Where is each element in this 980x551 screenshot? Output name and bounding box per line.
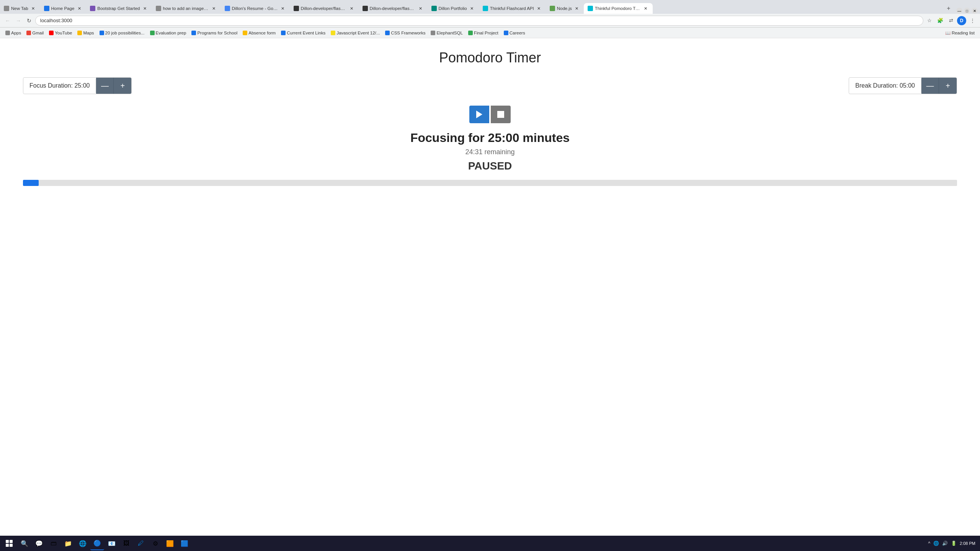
tab-close-new-tab[interactable]: ✕ — [30, 5, 36, 11]
bookmark-careers[interactable]: Careers — [501, 30, 528, 36]
taskbar-extra2[interactable]: 🟦 — [178, 536, 191, 550]
bookmark-label: Evaluation prep — [156, 31, 186, 35]
taskbar-explorer[interactable]: 📁 — [61, 536, 75, 550]
bookmark-20-job-possibilities[interactable]: 20 job possibilities... — [97, 30, 147, 36]
break-increment-button[interactable]: + — [939, 78, 957, 94]
forward-button[interactable]: → — [14, 16, 23, 25]
bookmark-label: Careers — [510, 31, 525, 35]
page-title: Pomodoro Timer — [8, 50, 972, 66]
bookmark-youtube[interactable]: YouTube — [47, 30, 74, 36]
taskbar-chat[interactable]: 💬 — [32, 536, 46, 550]
taskbar-settings[interactable]: ⚙ — [149, 536, 162, 550]
bookmark-final-project[interactable]: Final Project — [466, 30, 501, 36]
tab-close-portfolio[interactable]: ✕ — [469, 5, 475, 11]
tab-close-nodejs[interactable]: ✕ — [574, 5, 580, 11]
break-duration-control: Break Duration: 05:00 — + — [849, 77, 957, 94]
tab-flashcard-api[interactable]: Thinkful Flashcard API✕ — [479, 3, 546, 14]
tab-label-flashcard-api: Thinkful Flashcard API — [490, 6, 534, 11]
bookmark-label: Javascript Event 12/... — [336, 31, 380, 35]
bookmark-elephantsql[interactable]: ElephantSQL — [428, 30, 465, 36]
focus-decrement-button[interactable]: — — [96, 78, 114, 94]
taskbar-right: ^ 🌐 🔊 🔋 2:08 PM — [927, 540, 978, 547]
profile-icon[interactable]: D — [957, 16, 966, 25]
taskbar-vscode[interactable]: 🖊 — [134, 536, 148, 550]
bookmarks-bar: AppsGmailYouTubeMaps20 job possibilities… — [0, 28, 980, 38]
bookmark-label: 20 job possibilities... — [105, 31, 145, 35]
tray-chevron[interactable]: ^ — [927, 540, 931, 547]
tray-battery[interactable]: 🔋 — [950, 540, 957, 547]
bookmark-current-event-links[interactable]: Current Event Links — [279, 30, 328, 36]
bookmark-label: Current Event Links — [287, 31, 325, 35]
tab-favicon-nodejs — [550, 6, 555, 11]
address-bar[interactable] — [35, 16, 923, 26]
tab-close-bootstrap[interactable]: ✕ — [142, 5, 148, 11]
tab-close-flashcard-api[interactable]: ✕ — [536, 5, 542, 11]
timer-controls — [8, 106, 972, 123]
tab-resume[interactable]: Dillon's Resume - Google ...✕ — [221, 3, 290, 14]
tab-flashcard1[interactable]: Dillon-developer/flashcar...✕ — [290, 3, 359, 14]
tab-favicon-portfolio — [431, 6, 437, 11]
tab-label-image-file: how to add an image file... — [163, 6, 209, 11]
start-button[interactable] — [2, 536, 17, 550]
focus-duration-label: Focus Duration: 25:00 — [23, 78, 96, 93]
bookmark-maps[interactable]: Maps — [75, 30, 96, 36]
tab-new-tab[interactable]: New Tab✕ — [0, 3, 40, 14]
tab-bootstrap[interactable]: Bootstrap Get Started✕ — [86, 3, 152, 14]
bookmark-programs-for-school[interactable]: Programs for School — [189, 30, 240, 36]
focus-increment-button[interactable]: + — [114, 78, 131, 94]
tab-label-nodejs: Node.js — [557, 6, 572, 11]
taskbar-chrome[interactable]: 🌐 — [76, 536, 90, 550]
bookmark-favicon — [100, 31, 104, 35]
tab-label-flashcard2: Dillon-developer/flashcar... — [370, 6, 416, 11]
bookmark-css-frameworks[interactable]: CSS Frameworks — [383, 30, 428, 36]
play-button[interactable] — [469, 106, 489, 123]
clock[interactable]: 2:08 PM — [960, 541, 975, 546]
progress-container — [23, 180, 957, 186]
bookmark-javascript-event-12[interactable]: Javascript Event 12/... — [328, 30, 382, 36]
bookmark-gmail[interactable]: Gmail — [24, 30, 46, 36]
taskbar-extra1[interactable]: 🟧 — [163, 536, 177, 550]
minimize-button[interactable]: — — [956, 8, 962, 14]
bookmark-absence-form[interactable]: Absence form — [240, 30, 278, 36]
reading-list-button[interactable]: 📖 Reading list — [943, 29, 977, 36]
bookmark-evaluation-prep[interactable]: Evaluation prep — [148, 30, 189, 36]
close-window-button[interactable]: ✕ — [972, 8, 978, 14]
extensions-icon[interactable]: 🧩 — [936, 16, 945, 25]
tab-close-pomodoro[interactable]: ✕ — [643, 5, 649, 11]
taskbar-taskview[interactable]: 🗃 — [47, 536, 60, 550]
page-content: Pomodoro Timer Focus Duration: 25:00 — +… — [0, 38, 980, 551]
tab-close-image-file[interactable]: ✕ — [211, 5, 217, 11]
bookmark-favicon — [385, 31, 390, 35]
tab-close-flashcard1[interactable]: ✕ — [349, 5, 355, 11]
maximize-button[interactable]: □ — [964, 8, 970, 14]
taskbar-mail[interactable]: 📧 — [105, 536, 119, 550]
tab-flashcard2[interactable]: Dillon-developer/flashcar...✕ — [359, 3, 428, 14]
new-tab-button[interactable]: + — [943, 3, 954, 14]
sync-icon[interactable]: ⇄ — [946, 16, 956, 25]
tab-home-page[interactable]: Home Page✕ — [40, 3, 87, 14]
back-button[interactable]: ← — [3, 16, 12, 25]
taskbar-photos[interactable]: 🖼 — [119, 536, 133, 550]
tab-label-portfolio: Dillon Portfolio — [439, 6, 467, 11]
tab-pomodoro[interactable]: Thinkful Pomodoro Timer✕ — [584, 3, 653, 14]
taskbar-search[interactable]: 🔍 — [18, 536, 31, 550]
tray-volume[interactable]: 🔊 — [941, 540, 949, 547]
bookmark-favicon — [468, 31, 473, 35]
bookmark-star-icon[interactable]: ☆ — [925, 16, 934, 25]
bookmark-label: ElephantSQL — [436, 31, 462, 35]
stop-button[interactable] — [491, 106, 511, 123]
bookmark-apps[interactable]: Apps — [3, 30, 23, 36]
tab-nodejs[interactable]: Node.js✕ — [546, 3, 584, 14]
menu-icon[interactable]: ⋮ — [968, 16, 977, 25]
reload-button[interactable]: ↻ — [24, 16, 34, 25]
tab-image-file[interactable]: how to add an image file...✕ — [152, 3, 221, 14]
tab-close-resume[interactable]: ✕ — [280, 5, 286, 11]
bookmark-label: Gmail — [32, 31, 44, 35]
remaining-text: 24:31 remaining — [8, 148, 972, 156]
break-decrement-button[interactable]: — — [921, 78, 939, 94]
tray-network[interactable]: 🌐 — [933, 540, 940, 547]
tab-close-flashcard2[interactable]: ✕ — [418, 5, 424, 11]
tab-close-home-page[interactable]: ✕ — [76, 5, 82, 11]
tab-portfolio[interactable]: Dillon Portfolio✕ — [428, 3, 479, 14]
taskbar-edge[interactable]: 🔵 — [90, 536, 104, 550]
